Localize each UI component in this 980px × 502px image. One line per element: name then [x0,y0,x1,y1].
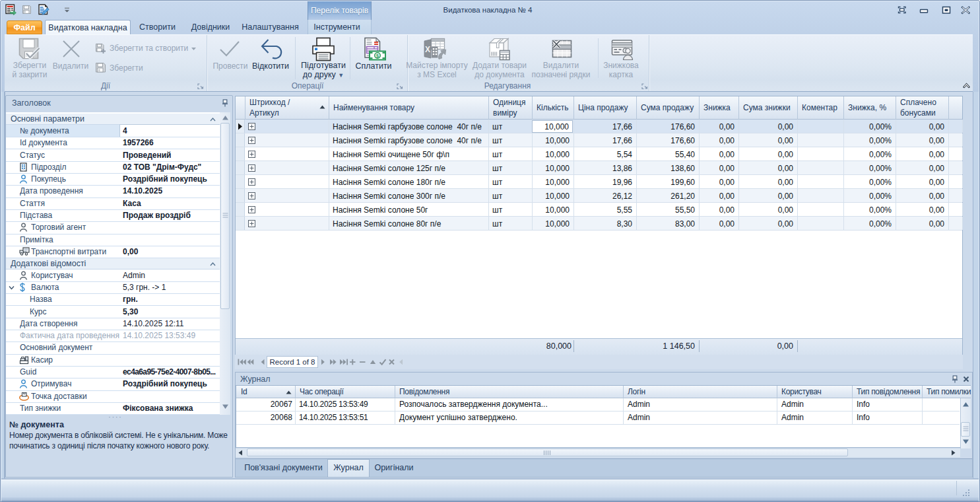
svg-text:X: X [425,45,430,54]
svg-text:$: $ [376,53,379,59]
